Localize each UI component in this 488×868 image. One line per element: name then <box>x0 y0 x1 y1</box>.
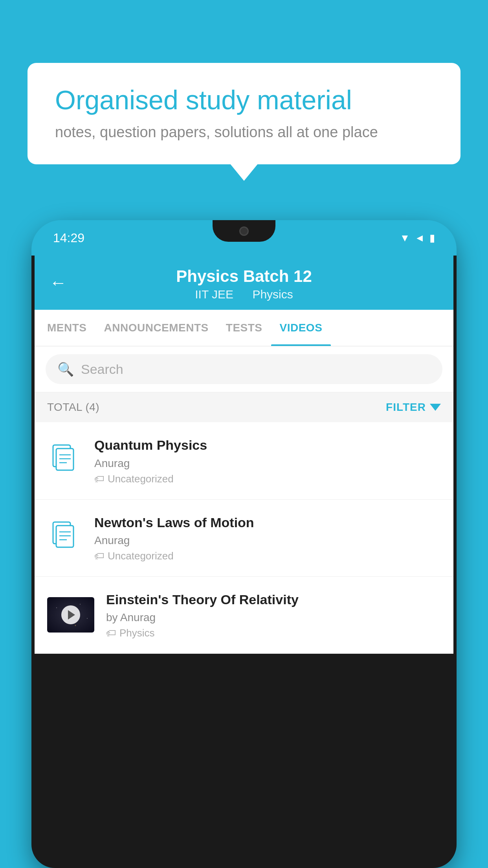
video-tag: 🏷 Uncategorized <box>94 473 441 485</box>
app-header: ← Physics Batch 12 IIT JEE Physics <box>35 256 453 310</box>
filter-bar: TOTAL (4) FILTER <box>35 392 453 422</box>
header-subtitle-part2: Physics <box>252 288 293 301</box>
list-item[interactable]: Quantum Physics Anurag 🏷 Uncategorized <box>35 422 453 499</box>
tab-videos[interactable]: VIDEOS <box>271 310 331 346</box>
total-count: TOTAL (4) <box>47 401 99 414</box>
tag-icon: 🏷 <box>94 550 105 562</box>
tab-announcements[interactable]: ANNOUNCEMENTS <box>95 310 217 346</box>
search-placeholder: Search <box>81 362 123 377</box>
bubble-title: Organised study material <box>55 85 433 115</box>
tabs-bar: MENTS ANNOUNCEMENTS TESTS VIDEOS <box>35 310 453 346</box>
file-icon <box>47 443 83 478</box>
play-icon <box>68 610 75 620</box>
svg-rect-6 <box>56 526 73 547</box>
notch <box>213 220 275 242</box>
tab-tests[interactable]: TESTS <box>217 310 271 346</box>
header-subtitle: IIT JEE Physics <box>50 288 438 301</box>
status-icons: ▼ ◄ ▮ <box>400 232 435 244</box>
video-info: Newton's Laws of Motion Anurag 🏷 Uncateg… <box>94 514 441 562</box>
search-box[interactable]: 🔍 Search <box>46 354 442 384</box>
phone-screen: ← Physics Batch 12 IIT JEE Physics MENTS… <box>35 256 453 654</box>
filter-icon <box>430 404 441 411</box>
camera <box>239 226 249 236</box>
svg-rect-1 <box>56 449 73 470</box>
signal-icon: ◄ <box>415 232 425 244</box>
header-subtitle-part1: IIT JEE <box>195 288 233 301</box>
thumbnail-background <box>47 597 94 633</box>
phone-frame: 14:29 ▼ ◄ ▮ ← Physics Batch 12 IIT JEE P… <box>31 220 457 868</box>
header-title: Physics Batch 12 <box>50 267 438 286</box>
video-title: Newton's Laws of Motion <box>94 514 441 531</box>
filter-label: FILTER <box>386 401 426 414</box>
video-title: Einstein's Theory Of Relativity <box>106 591 441 608</box>
list-item[interactable]: Newton's Laws of Motion Anurag 🏷 Uncateg… <box>35 500 453 577</box>
back-button[interactable]: ← <box>50 273 67 292</box>
speech-bubble: Organised study material notes, question… <box>28 63 460 164</box>
tag-icon: 🏷 <box>106 627 116 639</box>
file-icon <box>47 520 83 555</box>
tab-ments[interactable]: MENTS <box>39 310 95 346</box>
video-info: Einstein's Theory Of Relativity by Anura… <box>106 591 441 639</box>
video-tag: 🏷 Physics <box>106 627 441 639</box>
battery-icon: ▮ <box>429 232 435 244</box>
video-author: Anurag <box>94 534 441 547</box>
video-author: Anurag <box>94 457 441 470</box>
search-container: 🔍 Search <box>35 346 453 392</box>
wifi-icon: ▼ <box>400 232 410 244</box>
bubble-subtitle: notes, question papers, solutions all at… <box>55 124 433 141</box>
video-thumbnail <box>47 597 94 633</box>
video-author: by Anurag <box>106 611 441 624</box>
tag-icon: 🏷 <box>94 473 105 485</box>
video-info: Quantum Physics Anurag 🏷 Uncategorized <box>94 436 441 485</box>
search-icon: 🔍 <box>57 361 74 377</box>
tag-label: Uncategorized <box>108 550 174 562</box>
speech-bubble-section: Organised study material notes, question… <box>28 63 460 164</box>
video-list: Quantum Physics Anurag 🏷 Uncategorized <box>35 422 453 654</box>
filter-button[interactable]: FILTER <box>386 401 441 414</box>
clock: 14:29 <box>53 231 84 245</box>
tag-label: Physics <box>119 627 155 639</box>
status-bar: 14:29 ▼ ◄ ▮ <box>31 220 457 256</box>
tag-label: Uncategorized <box>108 473 174 485</box>
video-title: Quantum Physics <box>94 436 441 454</box>
list-item[interactable]: Einstein's Theory Of Relativity by Anura… <box>35 577 453 654</box>
video-tag: 🏷 Uncategorized <box>94 550 441 562</box>
